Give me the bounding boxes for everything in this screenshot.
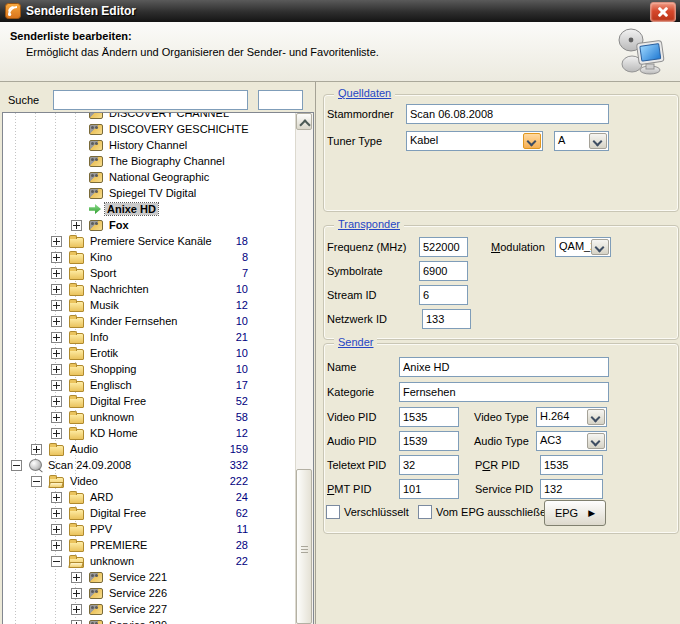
expand-plus-icon[interactable] bbox=[51, 332, 62, 343]
tree-row[interactable]: KD Home 12 bbox=[3, 425, 296, 441]
tree-row[interactable]: Scan 24.09.2008 332 bbox=[3, 457, 296, 473]
expand-plus-icon[interactable] bbox=[51, 412, 62, 423]
audio-type-select[interactable]: AC3 bbox=[536, 431, 607, 451]
expand-plus-icon[interactable] bbox=[51, 380, 62, 391]
audio-type-dropdown-button[interactable] bbox=[587, 433, 605, 449]
folder-icon bbox=[69, 253, 84, 264]
tree-row[interactable]: Premiere Service Kanäle 18 bbox=[3, 233, 296, 249]
expand-plus-icon[interactable] bbox=[71, 220, 82, 231]
modulation-select[interactable]: QAM_2 bbox=[555, 237, 611, 257]
tuner-group-select[interactable]: A bbox=[554, 131, 609, 151]
expand-minus-icon[interactable] bbox=[51, 556, 62, 567]
tree-row[interactable]: Video 222 bbox=[3, 473, 296, 489]
expand-plus-icon[interactable] bbox=[71, 604, 82, 615]
expand-plus-icon[interactable] bbox=[51, 236, 62, 247]
expand-plus-icon[interactable] bbox=[51, 348, 62, 359]
pmt-pid-input[interactable] bbox=[399, 479, 459, 499]
tree-row[interactable]: Spiegel TV Digital bbox=[3, 185, 296, 201]
video-type-dropdown-button[interactable] bbox=[587, 409, 605, 425]
tree-row[interactable]: Audio 159 bbox=[3, 441, 296, 457]
tree-row[interactable]: DISCOVERY GESCHICHTE bbox=[3, 121, 296, 137]
search-secondary-input[interactable] bbox=[258, 90, 303, 110]
expand-plus-icon[interactable] bbox=[51, 396, 62, 407]
scroll-up-button[interactable] bbox=[296, 113, 312, 130]
tree-row[interactable]: PPV 11 bbox=[3, 521, 296, 537]
film-icon bbox=[89, 124, 103, 135]
tree-row[interactable]: Erotik 10 bbox=[3, 345, 296, 361]
vom-epg-ausschliessen-checkbox[interactable] bbox=[418, 505, 432, 519]
tree-row[interactable]: Digital Free 62 bbox=[3, 505, 296, 521]
tree-row[interactable]: PREMIERE 28 bbox=[3, 537, 296, 553]
audio-pid-input[interactable] bbox=[399, 431, 459, 451]
tree-row[interactable]: Anixe HD bbox=[3, 201, 296, 217]
video-type-select[interactable]: H.264 bbox=[536, 407, 607, 427]
expand-plus-icon[interactable] bbox=[51, 284, 62, 295]
tuner-group-dropdown-button[interactable] bbox=[589, 133, 607, 149]
tree-row[interactable]: ARD 24 bbox=[3, 489, 296, 505]
stream-id-input[interactable] bbox=[419, 285, 468, 305]
pcr-pid-input[interactable] bbox=[540, 455, 603, 475]
tree-row[interactable]: National Geographic bbox=[3, 169, 296, 185]
verschluesselt-checkbox[interactable] bbox=[326, 505, 340, 519]
expand-plus-icon[interactable] bbox=[71, 588, 82, 599]
tree-row[interactable]: Info 21 bbox=[3, 329, 296, 345]
expand-plus-icon[interactable] bbox=[71, 572, 82, 583]
name-input[interactable] bbox=[399, 357, 609, 377]
tree-row[interactable]: DISCOVERY CHANNEL bbox=[3, 113, 296, 121]
expand-plus-icon[interactable] bbox=[51, 268, 62, 279]
tree-row[interactable]: Englisch 17 bbox=[3, 377, 296, 393]
tree-row[interactable]: Digital Free 52 bbox=[3, 393, 296, 409]
expand-plus-icon[interactable] bbox=[51, 252, 62, 263]
tuner-type-dropdown-button[interactable] bbox=[523, 133, 541, 149]
frequenz-input[interactable] bbox=[419, 237, 468, 257]
tree-row[interactable]: unknown 22 bbox=[3, 553, 296, 569]
expand-plus-icon[interactable] bbox=[31, 444, 42, 455]
expand-plus-icon[interactable] bbox=[71, 620, 82, 624]
expand-plus-icon[interactable] bbox=[51, 316, 62, 327]
expand-minus-icon[interactable] bbox=[11, 460, 22, 471]
expand-plus-icon[interactable] bbox=[51, 364, 62, 375]
tree-row[interactable]: Service 221 bbox=[3, 569, 296, 585]
stammordner-input[interactable] bbox=[406, 104, 609, 124]
teletext-pid-input[interactable] bbox=[399, 455, 459, 475]
video-pid-input[interactable] bbox=[399, 407, 459, 427]
tree-row-label: History Channel bbox=[107, 139, 189, 151]
tree-row[interactable]: Service 226 bbox=[3, 585, 296, 601]
tree-scrollbar[interactable] bbox=[295, 113, 313, 624]
tree-row[interactable]: The Biography Channel bbox=[3, 153, 296, 169]
netzwerk-id-input[interactable] bbox=[422, 309, 471, 329]
film-icon bbox=[89, 220, 103, 231]
scrollbar-thumb[interactable] bbox=[296, 469, 312, 624]
search-input[interactable] bbox=[53, 90, 248, 110]
expand-plus-icon[interactable] bbox=[51, 508, 62, 519]
expand-plus-icon[interactable] bbox=[51, 428, 62, 439]
tuner-group-value: A bbox=[558, 134, 565, 146]
service-pid-input[interactable] bbox=[540, 479, 603, 499]
tree-row[interactable]: Service 227 bbox=[3, 601, 296, 617]
tree-row[interactable]: Fox bbox=[3, 217, 296, 233]
tree-row[interactable]: Nachrichten 10 bbox=[3, 281, 296, 297]
folder-icon bbox=[69, 333, 84, 344]
tree-row[interactable]: unknown 58 bbox=[3, 409, 296, 425]
tree-row[interactable]: Kinder Fernsehen 10 bbox=[3, 313, 296, 329]
tree-row-count: 10 bbox=[236, 315, 248, 327]
symbolrate-input[interactable] bbox=[419, 261, 468, 281]
expand-plus-icon[interactable] bbox=[51, 524, 62, 535]
expand-plus-icon[interactable] bbox=[51, 540, 62, 551]
kategorie-input[interactable] bbox=[399, 382, 609, 402]
expand-minus-icon[interactable] bbox=[31, 476, 42, 487]
epg-button[interactable]: EPG ▶ bbox=[544, 500, 606, 526]
tree-row[interactable]: Sport 7 bbox=[3, 265, 296, 281]
tree-row-count: 332 bbox=[230, 459, 248, 471]
expand-plus-icon[interactable] bbox=[51, 492, 62, 503]
tree-row[interactable]: History Channel bbox=[3, 137, 296, 153]
tuner-type-select[interactable]: Kabel bbox=[406, 131, 543, 151]
tree-row[interactable]: Musik 12 bbox=[3, 297, 296, 313]
modulation-dropdown-button[interactable] bbox=[591, 239, 609, 255]
tree-row[interactable]: Kino 8 bbox=[3, 249, 296, 265]
title-bar[interactable]: Senderlisten Editor bbox=[0, 0, 680, 22]
close-button[interactable] bbox=[650, 2, 676, 22]
tree-row[interactable]: Shopping 10 bbox=[3, 361, 296, 377]
tree-row[interactable]: Service 229 bbox=[3, 617, 296, 624]
expand-plus-icon[interactable] bbox=[51, 300, 62, 311]
